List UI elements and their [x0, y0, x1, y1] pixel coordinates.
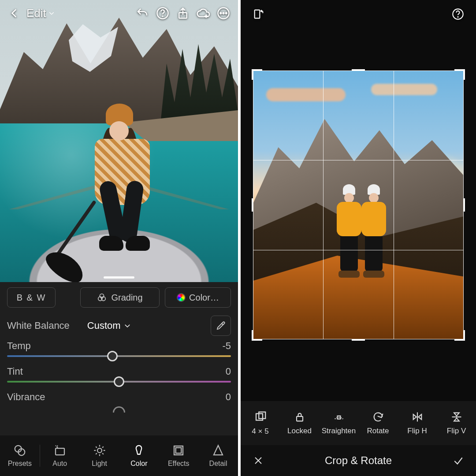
color-grading-button[interactable]: Grading: [80, 287, 160, 308]
tint-slider-knob[interactable]: [114, 376, 124, 387]
flip-vertical-label: Flip V: [447, 427, 466, 435]
color-panel: B & W Grading Color… White Balance Custo…: [0, 282, 238, 476]
crop-frame[interactable]: [253, 71, 464, 339]
tab-light-label: Light: [92, 460, 107, 468]
mode-dropdown[interactable]: Edit: [25, 7, 57, 20]
help-button[interactable]: [152, 3, 173, 23]
rotate-orientation-button[interactable]: [249, 4, 269, 24]
svg-point-7: [223, 13, 224, 14]
lock-icon: [294, 411, 306, 423]
tab-effects-label: Effects: [168, 460, 190, 468]
lock-aspect-button[interactable]: Locked: [280, 401, 319, 445]
chevron-down-icon: [123, 322, 131, 330]
confirm-bar: Crop & Rotate: [241, 445, 476, 476]
svg-line-20: [96, 446, 97, 448]
color-wheel-icon: [177, 293, 186, 302]
svg-rect-26: [176, 448, 182, 454]
detail-icon: [212, 444, 225, 457]
right-screen: 4 × 5 Locked Straighten Rotate Flip H Fl…: [238, 0, 476, 476]
crop-handle-top[interactable]: [352, 69, 365, 71]
svg-rect-28: [255, 10, 260, 19]
color-mix-label: Color…: [189, 293, 219, 303]
flip-horizontal-button[interactable]: Flip H: [398, 401, 437, 445]
aspect-ratio-icon: [254, 410, 267, 424]
flip-horizontal-icon: [411, 411, 424, 423]
photo-preview[interactable]: [0, 0, 238, 282]
tab-detail[interactable]: Detail: [198, 444, 238, 468]
straighten-label: Straighten: [322, 427, 356, 435]
crop-handle-top-left[interactable]: [252, 69, 262, 80]
tab-auto[interactable]: Auto: [40, 444, 80, 468]
bottom-tab-bar: Presets Auto Light Color Effects Detai: [0, 435, 238, 476]
crop-handle-top-right[interactable]: [454, 69, 465, 80]
close-icon: [253, 455, 264, 466]
svg-marker-39: [454, 413, 459, 416]
flip-vertical-button[interactable]: Flip V: [437, 401, 476, 445]
tab-presets-label: Presets: [8, 460, 32, 468]
cancel-button[interactable]: [249, 452, 267, 469]
crop-handle-right[interactable]: [463, 198, 465, 212]
eyedropper-button[interactable]: [211, 316, 231, 336]
tab-presets[interactable]: Presets: [0, 444, 40, 468]
tab-light[interactable]: Light: [80, 444, 119, 468]
help-button[interactable]: [448, 4, 468, 24]
aspect-ratio-label: 4 × 5: [252, 427, 268, 436]
tab-effects[interactable]: Effects: [159, 444, 198, 468]
tint-slider[interactable]: [7, 381, 231, 383]
crop-area[interactable]: [253, 71, 464, 339]
crop-handle-left[interactable]: [252, 198, 253, 212]
tint-label: Tint: [7, 366, 23, 377]
straighten-icon: [331, 411, 346, 423]
top-toolbar: [241, 0, 476, 28]
flip-vertical-icon: [450, 411, 463, 423]
more-button[interactable]: [213, 3, 234, 23]
svg-line-21: [102, 453, 104, 454]
straighten-button[interactable]: Straighten: [319, 401, 358, 445]
temp-label: Temp: [7, 340, 31, 352]
bw-toggle[interactable]: B & W: [7, 287, 56, 308]
svg-point-6: [220, 13, 221, 14]
confirm-button[interactable]: [450, 452, 467, 469]
rotate-label: Rotate: [367, 427, 389, 435]
chevron-down-icon: [48, 10, 55, 17]
temp-value: -5: [222, 340, 231, 352]
loading-spinner-icon: [113, 406, 125, 413]
svg-marker-27: [214, 446, 223, 455]
svg-marker-37: [418, 414, 421, 420]
tab-auto-label: Auto: [52, 460, 67, 468]
tint-value: 0: [226, 366, 231, 377]
temp-slider[interactable]: [7, 355, 231, 357]
aspect-ratio-button[interactable]: 4 × 5: [241, 401, 280, 445]
temp-slider-row: Temp -5: [0, 338, 238, 358]
share-button[interactable]: [173, 3, 193, 23]
undo-button[interactable]: [132, 3, 152, 23]
svg-rect-14: [56, 448, 64, 455]
color-grading-label: Grading: [111, 293, 142, 303]
vibrance-value: 0: [226, 391, 231, 403]
cloud-sync-button[interactable]: [193, 3, 213, 23]
rotate-button[interactable]: Rotate: [358, 401, 398, 445]
tab-detail-label: Detail: [209, 460, 227, 468]
rotate-icon: [372, 411, 384, 423]
presets-icon: [13, 444, 26, 457]
white-balance-dropdown[interactable]: Custom: [87, 320, 131, 331]
white-balance-label: White Balance: [7, 320, 70, 331]
crop-handle-bottom-left[interactable]: [252, 330, 262, 341]
help-icon: [452, 8, 464, 20]
back-button[interactable]: [4, 3, 25, 23]
svg-marker-36: [413, 414, 416, 420]
tab-color[interactable]: Color: [119, 444, 159, 468]
color-icon: [132, 444, 145, 457]
temp-slider-knob[interactable]: [107, 351, 118, 361]
flip-horizontal-label: Flip H: [407, 427, 427, 435]
tint-slider-row: Tint 0: [0, 364, 238, 383]
svg-point-30: [457, 17, 458, 17]
crop-handle-bottom[interactable]: [352, 339, 365, 341]
svg-rect-32: [259, 412, 265, 419]
rotate-orientation-icon: [253, 8, 265, 20]
color-mix-button[interactable]: Color…: [165, 287, 231, 308]
panel-title: Crop & Rotate: [267, 454, 450, 467]
crop-handle-bottom-right[interactable]: [454, 330, 465, 341]
auto-icon: [53, 444, 67, 457]
panel-drag-handle[interactable]: [104, 276, 134, 279]
